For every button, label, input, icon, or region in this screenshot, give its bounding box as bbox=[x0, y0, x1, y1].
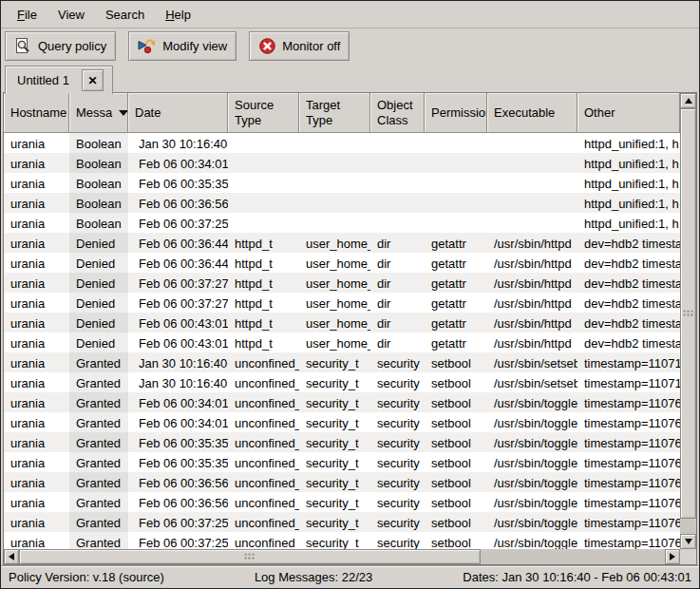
cell-date: Feb 06 00:43:01 bbox=[128, 313, 228, 332]
column-label: Source Type bbox=[235, 98, 274, 127]
monitor-off-button[interactable]: Monitor off bbox=[249, 31, 350, 61]
cell-executable: /usr/sbin/httpd bbox=[487, 233, 577, 253]
column-header-target-type[interactable]: Target Type bbox=[299, 93, 370, 133]
cell-object-class: dir bbox=[370, 273, 425, 293]
cell-source-type: unconfined_ bbox=[228, 452, 299, 472]
log-row[interactable]: uraniaDeniedFeb 06 00:36:44httpd_tuser_h… bbox=[4, 253, 680, 273]
column-header-permission[interactable]: Permission bbox=[425, 93, 487, 133]
cell-hostname: urania bbox=[4, 293, 69, 313]
cell-executable: /usr/sbin/setseb bbox=[487, 352, 577, 372]
cell-other: httpd_unified:1, h bbox=[577, 133, 680, 153]
log-row[interactable]: uraniaBooleanFeb 06 00:34:01httpd_unifie… bbox=[4, 153, 680, 173]
cell-executable: /usr/sbin/toggle bbox=[487, 472, 577, 492]
table-header: HostnameMessaDateSource TypeTarget TypeO… bbox=[4, 93, 680, 133]
cell-target-type: security_t bbox=[299, 532, 370, 549]
log-row[interactable]: uraniaBooleanFeb 06 00:36:56httpd_unifie… bbox=[4, 193, 680, 213]
cell-source-type: unconfined_ bbox=[228, 492, 299, 512]
cell-source-type bbox=[228, 173, 299, 193]
cell-other: httpd_unified:1, h bbox=[577, 173, 680, 193]
cell-executable: /usr/sbin/httpd bbox=[487, 313, 577, 332]
log-row[interactable]: uraniaGrantedFeb 06 00:36:56unconfined_s… bbox=[4, 492, 680, 512]
cell-message: Granted bbox=[69, 412, 128, 432]
log-row[interactable]: uraniaGrantedJan 30 10:16:40unconfined_s… bbox=[4, 352, 680, 372]
cell-source-type bbox=[228, 133, 299, 153]
scroll-up-button[interactable] bbox=[680, 93, 696, 108]
menu-item-view[interactable]: View bbox=[47, 1, 95, 28]
cell-date: Feb 06 00:36:44 bbox=[128, 233, 228, 253]
log-row[interactable]: uraniaDeniedFeb 06 00:43:01httpd_tuser_h… bbox=[4, 313, 680, 332]
column-header-date[interactable]: Date bbox=[128, 93, 228, 133]
log-row[interactable]: uraniaGrantedFeb 06 00:36:56unconfined_s… bbox=[4, 472, 680, 492]
cell-permission: setbool bbox=[425, 452, 487, 472]
cell-target-type: user_home_ bbox=[299, 253, 370, 273]
document-magnifier-icon bbox=[14, 37, 32, 55]
cell-message: Denied bbox=[69, 293, 128, 313]
log-row[interactable]: uraniaGrantedFeb 06 00:37:25unconfined_s… bbox=[4, 512, 680, 532]
query-policy-button[interactable]: Query policy bbox=[5, 31, 116, 61]
log-row[interactable]: uraniaDeniedFeb 06 00:43:01httpd_tuser_h… bbox=[4, 332, 680, 352]
cell-other: dev=hdb2 timesta bbox=[577, 332, 680, 352]
cell-target-type bbox=[299, 173, 370, 193]
log-row[interactable]: uraniaGrantedFeb 06 00:35:35unconfined_s… bbox=[4, 432, 680, 452]
cell-date: Jan 30 10:16:40 bbox=[128, 352, 228, 372]
cell-source-type: unconfined_ bbox=[228, 532, 299, 549]
cell-source-type: unconfined_ bbox=[228, 472, 299, 492]
stop-icon bbox=[258, 37, 276, 55]
menu-item-file[interactable]: File bbox=[7, 1, 47, 28]
cell-other: timestamp=11076 bbox=[577, 512, 680, 532]
column-header-message[interactable]: Messa bbox=[69, 93, 128, 133]
dates-status: Dates: Jan 30 10:16:40 - Feb 06 00:43:01 bbox=[463, 570, 691, 584]
cell-source-type: httpd_t bbox=[228, 253, 299, 273]
log-row[interactable]: uraniaDeniedFeb 06 00:36:44httpd_tuser_h… bbox=[4, 233, 680, 253]
cell-target-type: security_t bbox=[299, 432, 370, 452]
cell-message: Denied bbox=[69, 253, 128, 273]
cell-object-class bbox=[370, 193, 425, 213]
horizontal-scrollbar[interactable] bbox=[4, 549, 680, 564]
cell-hostname: urania bbox=[4, 173, 69, 193]
menu-item-search[interactable]: Search bbox=[95, 1, 155, 28]
cell-executable: /usr/sbin/toggle bbox=[487, 412, 577, 432]
cell-date: Feb 06 00:37:25 bbox=[128, 512, 228, 532]
vertical-scroll-thumb[interactable] bbox=[680, 108, 696, 519]
modify-view-button[interactable]: Modify view bbox=[128, 31, 236, 61]
log-row[interactable]: uraniaGrantedFeb 06 00:35:35unconfined_s… bbox=[4, 452, 680, 472]
scroll-left-button[interactable] bbox=[4, 549, 19, 564]
log-row[interactable]: uraniaGrantedFeb 06 00:37:25unconfined_s… bbox=[4, 532, 680, 549]
log-row[interactable]: uraniaGrantedFeb 06 00:34:01unconfined_s… bbox=[4, 392, 680, 412]
log-row[interactable]: uraniaDeniedFeb 06 00:37:27httpd_tuser_h… bbox=[4, 293, 680, 313]
cell-hostname: urania bbox=[4, 193, 69, 213]
column-header-object-class[interactable]: Object Class bbox=[370, 93, 425, 133]
menu-item-help[interactable]: Help bbox=[155, 1, 201, 28]
tab-untitled-1[interactable]: Untitled 1 ✕ bbox=[5, 66, 113, 94]
cell-permission: setbool bbox=[425, 352, 487, 372]
cell-message: Granted bbox=[69, 492, 128, 512]
log-row[interactable]: uraniaDeniedFeb 06 00:37:27httpd_tuser_h… bbox=[4, 273, 680, 293]
cell-permission: getattr bbox=[425, 332, 487, 352]
cell-date: Jan 30 10:16:40 bbox=[128, 133, 228, 153]
log-row[interactable]: uraniaBooleanJan 30 10:16:40httpd_unifie… bbox=[4, 133, 680, 153]
column-header-other[interactable]: Other bbox=[577, 93, 680, 133]
log-row[interactable]: uraniaGrantedFeb 06 00:34:01unconfined_s… bbox=[4, 412, 680, 432]
policy-version-status: Policy Version: v.18 (source) bbox=[9, 570, 164, 584]
horizontal-scroll-thumb[interactable] bbox=[19, 549, 481, 564]
scroll-right-button[interactable] bbox=[665, 549, 680, 564]
log-row[interactable]: uraniaGrantedJan 30 10:16:40unconfined_s… bbox=[4, 372, 680, 392]
cell-target-type: user_home_ bbox=[299, 293, 370, 313]
cell-target-type: user_home_ bbox=[299, 332, 370, 352]
column-header-executable[interactable]: Executable bbox=[487, 93, 577, 133]
cell-target-type bbox=[299, 153, 370, 173]
cell-date: Feb 06 00:34:01 bbox=[128, 412, 228, 432]
column-header-hostname[interactable]: Hostname bbox=[4, 93, 69, 133]
cell-permission bbox=[425, 173, 487, 193]
vertical-scrollbar[interactable] bbox=[680, 93, 696, 549]
arrow-right-icon bbox=[670, 553, 675, 560]
column-header-source-type[interactable]: Source Type bbox=[228, 93, 299, 133]
scroll-down-button[interactable] bbox=[680, 534, 696, 549]
cell-permission bbox=[425, 193, 487, 213]
cell-permission: setbool bbox=[425, 472, 487, 492]
log-row[interactable]: uraniaBooleanFeb 06 00:37:25httpd_unifie… bbox=[4, 213, 680, 233]
cell-permission bbox=[425, 213, 487, 233]
log-row[interactable]: uraniaBooleanFeb 06 00:35:35httpd_unifie… bbox=[4, 173, 680, 193]
tab-close-button[interactable]: ✕ bbox=[82, 69, 104, 91]
cell-object-class bbox=[370, 133, 425, 153]
